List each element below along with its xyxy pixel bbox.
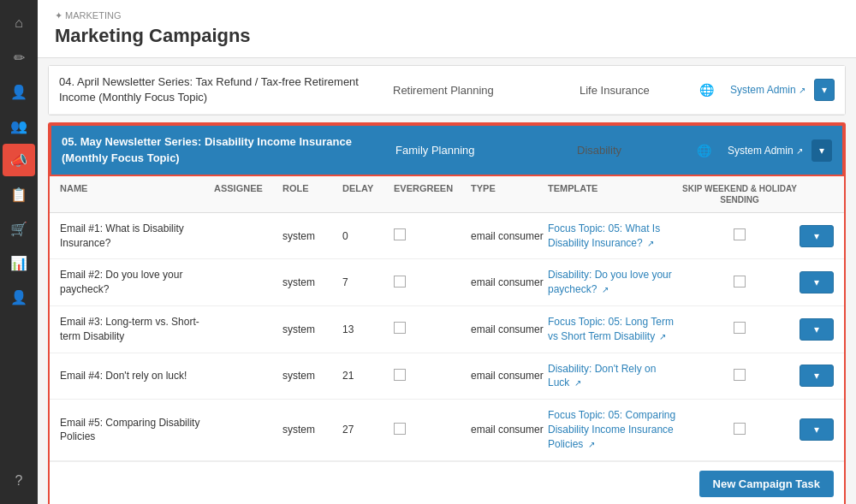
task-type-4: email consumer <box>471 370 548 382</box>
task-template-5: Focus Topic: 05: Comparing Disability In… <box>548 408 680 451</box>
task-dropdown-4[interactable]: ▾ <box>800 365 834 387</box>
col-template: TEMPLATE <box>548 183 680 205</box>
task-dropdown-1[interactable]: ▾ <box>800 225 834 247</box>
task-name-4: Email #4: Don't rely on luck! <box>60 369 214 383</box>
person-settings-icon[interactable]: 👤 <box>3 281 35 313</box>
task-delay-5: 27 <box>342 424 394 436</box>
task-role-2: system <box>282 276 342 288</box>
globe-icon-highlighted: 🌐 <box>697 144 717 157</box>
task-table-header: NAME ASSIGNEE ROLE DELAY EVERGREEN TYPE … <box>50 176 844 213</box>
breadcrumb: ✦ MARKETING <box>55 10 839 21</box>
chart-icon[interactable]: 📊 <box>3 246 35 279</box>
task-skip-3[interactable] <box>680 322 800 336</box>
task-name-3: Email #3: Long-term vs. Short-term Disab… <box>60 315 214 344</box>
campaign-header-above: 04. April Newsletter Series: Tax Refund … <box>49 66 845 115</box>
page-header: ✦ MARKETING Marketing Campaigns <box>38 0 856 58</box>
help-icon[interactable]: ? <box>3 465 35 497</box>
campaign-name-highlighted: 05. May Newsletter Series: Disability In… <box>62 134 387 165</box>
task-role-4: system <box>282 370 342 382</box>
task-name-1: Email #1: What is Disability Insurance? <box>60 222 214 251</box>
col-evergreen: EVERGREEN <box>394 183 471 205</box>
task-delay-1: 0 <box>342 230 394 242</box>
task-name-2: Email #2: Do you love your paycheck? <box>60 268 214 297</box>
admin-link-above[interactable]: System Admin <box>730 84 796 96</box>
task-skip-4[interactable] <box>680 369 800 383</box>
task-table: NAME ASSIGNEE ROLE DELAY EVERGREEN TYPE … <box>50 176 844 504</box>
task-evergreen-4[interactable] <box>394 369 471 383</box>
task-template-3: Focus Topic: 05: Long Term vs Short Term… <box>548 315 680 344</box>
external-link-icon-above: ↗ <box>799 86 805 95</box>
task-skip-5[interactable] <box>680 423 800 437</box>
task-type-2: email consumer <box>471 276 548 288</box>
task-delay-4: 21 <box>342 370 394 382</box>
main-content: ✦ MARKETING Marketing Campaigns 04. Apri… <box>38 0 856 504</box>
campaign-tag1-highlighted: Family Planning <box>395 144 568 157</box>
table-row: Email #4: Don't rely on luck! system 21 … <box>50 353 844 400</box>
campaign-name-above: 04. April Newsletter Series: Tax Refund … <box>59 74 384 105</box>
content-area: 04. April Newsletter Series: Tax Refund … <box>38 58 856 504</box>
cart-icon[interactable]: 🛒 <box>3 212 35 245</box>
task-delay-2: 7 <box>342 276 394 288</box>
task-role-1: system <box>282 230 342 242</box>
col-actions <box>800 183 834 205</box>
template-link-5[interactable]: Focus Topic: 05: Comparing Disability In… <box>548 409 675 450</box>
campaign-tag2-above: Life Insurance <box>580 84 691 97</box>
task-type-1: email consumer <box>471 230 548 242</box>
group-icon[interactable]: 👥 <box>3 110 35 142</box>
new-campaign-task-button[interactable]: New Campaign Task <box>699 471 834 497</box>
pencil-icon[interactable]: ✏ <box>3 41 35 74</box>
task-skip-2[interactable] <box>680 276 800 290</box>
task-template-4: Disability: Don't Rely on Luck ↗ <box>548 362 680 391</box>
campaign-admin-above: System Admin ↗ <box>728 84 805 96</box>
col-assignee: ASSIGNEE <box>214 183 282 205</box>
col-delay: DELAY <box>342 183 394 205</box>
task-role-5: system <box>282 424 342 436</box>
task-template-1: Focus Topic: 05: What Is Disability Insu… <box>548 222 680 251</box>
campaign-tag1-above: Retirement Planning <box>393 84 571 97</box>
task-dropdown-5[interactable]: ▾ <box>800 418 834 441</box>
task-template-2: Disability: Do you love your paycheck? ↗ <box>548 268 680 297</box>
task-footer: New Campaign Task <box>50 461 844 504</box>
user-icon[interactable]: 👤 <box>3 75 35 108</box>
task-type-3: email consumer <box>471 323 548 335</box>
task-skip-1[interactable] <box>680 228 800 243</box>
campaign-tag2-highlighted: Disability <box>577 144 688 157</box>
home-icon[interactable]: ⌂ <box>3 7 35 39</box>
col-role: ROLE <box>282 183 342 205</box>
col-name: NAME <box>60 183 214 205</box>
task-evergreen-2[interactable] <box>394 276 471 290</box>
task-evergreen-1[interactable] <box>394 228 471 243</box>
task-dropdown-2[interactable]: ▾ <box>800 271 834 294</box>
task-name-5: Email #5: Comparing Disability Policies <box>60 416 214 445</box>
col-skip-weekend: SKIP WEEKEND & HOLIDAY SENDING <box>680 183 800 205</box>
page-title: Marketing Campaigns <box>55 25 839 47</box>
task-evergreen-5[interactable] <box>394 423 471 437</box>
template-link-3[interactable]: Focus Topic: 05: Long Term vs Short Term… <box>548 316 674 342</box>
book-icon[interactable]: 📋 <box>3 178 35 210</box>
highlighted-campaign-section: 05. May Newsletter Series: Disability In… <box>48 122 846 504</box>
template-link-1[interactable]: Focus Topic: 05: What Is Disability Insu… <box>548 222 660 249</box>
task-role-3: system <box>282 323 342 335</box>
task-dropdown-3[interactable]: ▾ <box>800 318 834 341</box>
table-row: Email #1: What is Disability Insurance? … <box>50 213 844 260</box>
table-row: Email #3: Long-term vs. Short-term Disab… <box>50 306 844 353</box>
campaign-row-above: 04. April Newsletter Series: Tax Refund … <box>48 65 846 116</box>
col-type: TYPE <box>471 183 548 205</box>
table-row: Email #2: Do you love your paycheck? sys… <box>50 259 844 306</box>
campaign-header-highlighted: 05. May Newsletter Series: Disability In… <box>50 124 844 175</box>
task-delay-3: 13 <box>342 323 394 335</box>
external-link-icon-highlighted: ↗ <box>796 146 803 156</box>
sidebar: ⌂ ✏ 👤 👥 📣 📋 🛒 📊 👤 ? <box>0 0 38 504</box>
template-link-2[interactable]: Disability: Do you love your paycheck? ↗ <box>548 269 672 295</box>
table-row: Email #5: Comparing Disability Policies … <box>50 400 844 460</box>
campaign-dropdown-highlighted[interactable]: ▾ <box>811 139 832 162</box>
campaign-dropdown-above[interactable]: ▾ <box>814 79 835 101</box>
globe-icon-above: 🌐 <box>699 83 720 97</box>
campaign-admin-highlighted: System Admin ↗ <box>726 145 803 157</box>
task-evergreen-3[interactable] <box>394 322 471 336</box>
task-type-5: email consumer <box>471 424 548 436</box>
megaphone-icon[interactable]: 📣 <box>3 144 35 176</box>
template-link-4[interactable]: Disability: Don't Rely on Luck ↗ <box>548 363 656 389</box>
